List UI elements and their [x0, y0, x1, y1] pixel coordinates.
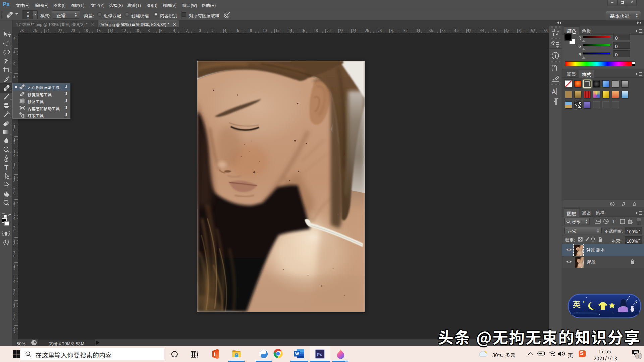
svg-text:A: A [552, 88, 556, 95]
svg-text:': ' [583, 298, 585, 308]
svg-text:W: W [295, 352, 299, 356]
svg-text:英: 英 [573, 298, 581, 310]
svg-text:T: T [612, 219, 615, 224]
svg-text:Ps: Ps [317, 352, 322, 357]
svg-text:T: T [4, 164, 8, 171]
